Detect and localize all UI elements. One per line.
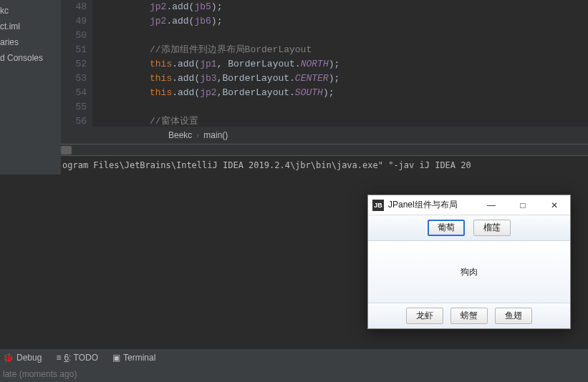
project-tree-item[interactable]: aries <box>0 34 61 50</box>
code-editor[interactable]: 484950515253545556575859606162636465 jp2… <box>61 0 588 127</box>
tab-debug[interactable]: 🐞 Debug <box>3 353 42 363</box>
code-line[interactable] <box>150 29 440 43</box>
code-line[interactable]: //添加组件到边界布局BorderLayout <box>150 43 440 57</box>
line-number: 49 <box>61 14 87 29</box>
app-south-panel: 龙虾 螃蟹 鱼翅 <box>368 303 570 328</box>
window-title: JPanel组件与布局 <box>388 199 476 211</box>
line-number: 54 <box>61 86 87 100</box>
code-line[interactable]: jp2.add(jb6); <box>150 14 440 29</box>
bug-icon: 🐞 <box>3 353 14 363</box>
line-number: 50 <box>61 29 87 43</box>
scrollbar-thumb[interactable] <box>61 146 72 155</box>
app-button-crab[interactable]: 螃蟹 <box>450 308 488 324</box>
app-center-panel: 狗肉 <box>368 241 570 303</box>
line-number: 55 <box>61 100 87 114</box>
code-line[interactable]: this.add(jp1, BorderLayout.NORTH); <box>150 57 440 72</box>
breadcrumb-item[interactable]: main() <box>203 130 228 140</box>
breadcrumb-item[interactable]: Beekc <box>168 130 192 140</box>
maximize-button[interactable]: □ <box>507 195 539 215</box>
tab-terminal[interactable]: ▣ Terminal <box>112 353 155 363</box>
console-output: ogram Files\JetBrains\IntelliJ IDEA 2019… <box>62 160 471 170</box>
breadcrumb[interactable]: Beekc › main() <box>61 127 588 144</box>
line-number-gutter: 484950515253545556575859606162636465 <box>61 0 92 127</box>
tab-todo[interactable]: ≡ 6: TODO <box>56 353 98 363</box>
close-button[interactable]: ✕ <box>539 195 570 215</box>
tool-window-tabs: 🐞 Debug ≡ 6: TODO ▣ Terminal <box>0 349 588 366</box>
run-console[interactable]: ogram Files\JetBrains\IntelliJ IDEA 2019… <box>61 155 588 175</box>
code-line[interactable] <box>150 100 440 114</box>
app-button-sharkfin[interactable]: 鱼翅 <box>495 308 532 324</box>
project-tree-item[interactable]: ct.iml <box>0 19 61 34</box>
tab-label: 6: TODO <box>64 353 98 363</box>
project-tree[interactable]: kcct.imlariesd Consoles <box>0 0 61 175</box>
code-line[interactable]: this.add(jp2,BorderLayout.SOUTH); <box>150 86 440 100</box>
app-button-grape[interactable]: 葡萄 <box>428 220 465 236</box>
status-text: late (moments ago) <box>3 369 77 379</box>
java-app-icon: JB <box>372 200 384 211</box>
code-line[interactable]: //窗体设置 <box>150 114 440 127</box>
horizontal-scrollbar[interactable] <box>61 144 588 155</box>
app-center-label: 狗肉 <box>461 266 478 278</box>
project-tree-item[interactable]: kc <box>0 3 61 19</box>
tab-label: Terminal <box>123 353 155 363</box>
app-button-lobster[interactable]: 龙虾 <box>406 308 443 324</box>
app-button-durian[interactable]: 榴莲 <box>473 220 511 236</box>
terminal-icon: ▣ <box>112 353 120 363</box>
list-icon: ≡ <box>56 353 61 363</box>
tab-label: Debug <box>16 353 42 363</box>
app-north-panel: 葡萄 榴莲 <box>368 215 570 241</box>
window-titlebar[interactable]: JB JPanel组件与布局 — □ ✕ <box>368 195 570 215</box>
line-number: 52 <box>61 57 87 72</box>
code-content[interactable]: jp2.add(jb5);jp2.add(jb6);//添加组件到边界布局Bor… <box>92 0 440 127</box>
line-number: 56 <box>61 114 87 127</box>
line-number: 51 <box>61 43 87 57</box>
status-bar: late (moments ago) <box>0 366 588 382</box>
running-app-window[interactable]: JB JPanel组件与布局 — □ ✕ 葡萄 榴莲 狗肉 龙虾 螃蟹 鱼翅 <box>367 195 571 329</box>
minimize-button[interactable]: — <box>476 195 507 215</box>
project-tree-item[interactable]: d Consoles <box>0 50 61 66</box>
code-line[interactable]: jp2.add(jb5); <box>150 0 440 14</box>
code-line[interactable]: this.add(jb3,BorderLayout.CENTER); <box>150 72 440 86</box>
line-number: 48 <box>61 0 87 14</box>
line-number: 53 <box>61 72 87 86</box>
chevron-right-icon: › <box>196 130 199 140</box>
